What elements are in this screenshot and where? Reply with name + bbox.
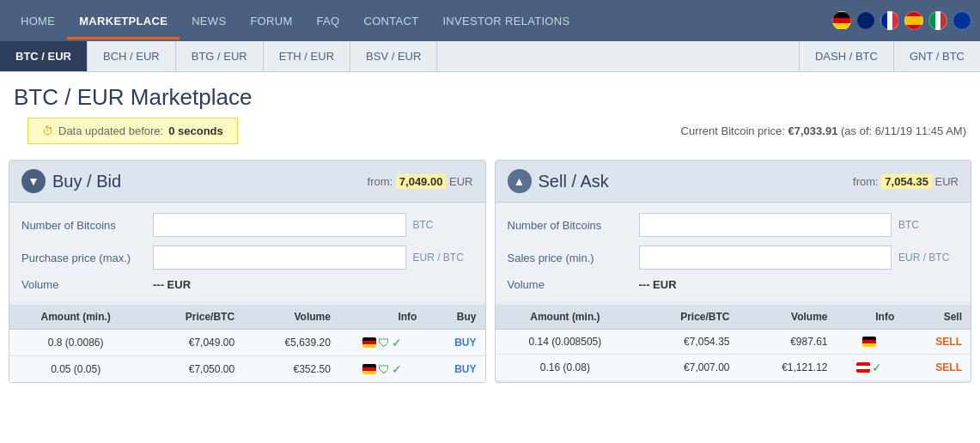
tab-bsv-eur[interactable]: BSV / EUR: [350, 41, 437, 71]
sell-number-row: Number of Bitcoins BTC: [508, 213, 959, 237]
sell-volume-row: Volume --- EUR: [508, 278, 959, 291]
buy-number-unit: BTC: [413, 219, 473, 231]
table-row: 0.8 (0.0086) €7,049.00 €5,639.20 🛡 ✓ BUY: [9, 330, 485, 356]
sell-from-label: from:: [853, 175, 879, 188]
tab-btg-eur[interactable]: BTG / EUR: [176, 41, 264, 71]
buy-form: Number of Bitcoins BTC Purchase price (m…: [9, 203, 485, 301]
sell-price-label: Sales price (min.): [508, 252, 632, 264]
flag-gb[interactable]: [856, 11, 875, 30]
sell-row2-info: ✓: [837, 355, 904, 381]
sell-icon: ▲: [508, 169, 532, 193]
nav-home[interactable]: HOME: [9, 3, 67, 39]
buy-col-action: Buy: [425, 305, 484, 330]
sell-number-unit: BTC: [898, 219, 959, 231]
sell-from-currency: EUR: [935, 175, 959, 188]
buy-icon: ▼: [21, 169, 46, 193]
sell-row1-volume: €987.61: [738, 330, 836, 355]
flag-eu[interactable]: [953, 11, 971, 30]
buy-volume-row: Volume --- EUR: [21, 278, 473, 291]
markets-grid: ▼ Buy / Bid from: 7,049.00 EUR Number of…: [0, 160, 980, 391]
sell-row1-price: €7,054.35: [635, 330, 738, 355]
sell-row2-action[interactable]: SELL: [903, 355, 971, 381]
nav-flags: [832, 11, 971, 30]
sell-col-price: Price/BTC: [635, 305, 738, 330]
buy-row2-amount: 0.05 (0.05): [9, 356, 142, 383]
flag-de-icon: [362, 364, 376, 374]
sell-panel-title: ▲ Sell / Ask: [508, 169, 609, 193]
flag-it[interactable]: [928, 11, 947, 30]
buy-row1-volume: €5,639.20: [243, 330, 339, 356]
current-price-prefix: Current Bitcoin price:: [681, 124, 785, 137]
sell-col-volume: Volume: [738, 305, 836, 330]
buy-col-volume: Volume: [243, 305, 339, 330]
sell-row2-amount: 0.16 (0.08): [496, 355, 636, 381]
nav-forum[interactable]: FORUM: [238, 3, 304, 39]
buy-panel-title: ▼ Buy / Bid: [21, 169, 121, 193]
sell-row2-volume: €1,121.12: [738, 355, 836, 381]
current-price-area: Current Bitcoin price: €7,033.91 (as of:…: [252, 118, 966, 137]
tab-dash-btc[interactable]: DASH / BTC: [799, 41, 893, 71]
buy-row2-info: 🛡 ✓: [339, 356, 426, 383]
alert-prefix: Data updated before:: [58, 124, 163, 137]
sell-price-row: Sales price (min.) EUR / BTC: [508, 246, 959, 270]
buy-row2-price: €7,050.00: [142, 356, 243, 383]
sell-panel-header: ▲ Sell / Ask from: 7,054.35 EUR: [496, 161, 971, 203]
sell-col-amount: Amount (min.): [496, 305, 636, 330]
sell-row1-action[interactable]: SELL: [903, 330, 971, 355]
buy-panel: ▼ Buy / Bid from: 7,049.00 EUR Number of…: [9, 160, 486, 383]
nav-faq[interactable]: FAQ: [305, 3, 352, 39]
buy-from-label: from:: [368, 175, 393, 188]
navbar: HOME MARKETPLACE NEWS FORUM FAQ CONTACT …: [0, 0, 980, 41]
buy-price-label: Purchase price (max.): [21, 252, 146, 264]
sell-panel-from: from: 7,054.35 EUR: [853, 175, 959, 188]
sell-panel: ▲ Sell / Ask from: 7,054.35 EUR Number o…: [495, 160, 972, 383]
tab-btc-eur[interactable]: BTC / EUR: [0, 41, 88, 71]
tab-bch-eur[interactable]: BCH / EUR: [88, 41, 176, 71]
nav-marketplace[interactable]: MARKETPLACE: [67, 3, 180, 39]
buy-number-label: Number of Bitcoins: [21, 219, 146, 232]
buy-number-row: Number of Bitcoins BTC: [21, 213, 473, 237]
sell-number-label: Number of Bitcoins: [508, 219, 632, 232]
sell-title-text: Sell / Ask: [539, 172, 609, 191]
buy-from-value: 7,049.00: [396, 174, 447, 189]
sell-volume-label: Volume: [508, 278, 632, 291]
sell-price-input[interactable]: [639, 246, 892, 270]
tab-gnt-btc[interactable]: GNT / BTC: [893, 41, 980, 71]
table-row: 0.16 (0.08) €7,007.00 €1,121.12 ✓ SELL: [496, 355, 971, 381]
buy-row2-volume: €352.50: [243, 356, 339, 383]
sell-row1-info: [837, 330, 904, 355]
buy-col-price: Price/BTC: [142, 305, 243, 330]
buy-row1-action[interactable]: BUY: [425, 330, 484, 356]
nav-contact[interactable]: CONTACT: [351, 3, 430, 39]
flag-at-icon: [856, 362, 870, 373]
nav-news[interactable]: NEWS: [180, 3, 238, 39]
market-tabs-right: DASH / BTC GNT / BTC: [799, 41, 980, 71]
sell-number-input[interactable]: [639, 213, 892, 237]
check-icon: ✓: [872, 361, 882, 374]
buy-price-unit: EUR / BTC: [413, 252, 473, 264]
sell-row2-price: €7,007.00: [635, 355, 738, 381]
buy-row1-amount: 0.8 (0.0086): [9, 330, 142, 356]
buy-row1-info: 🛡 ✓: [339, 330, 426, 356]
flag-fr[interactable]: [880, 11, 899, 30]
buy-col-info: Info: [339, 305, 426, 330]
flag-de[interactable]: [832, 11, 851, 30]
buy-row2-action[interactable]: BUY: [425, 356, 484, 383]
buy-col-amount: Amount (min.): [9, 305, 142, 330]
buy-price-input[interactable]: [153, 246, 406, 270]
flag-de-icon: [862, 337, 876, 347]
table-row: 0.14 (0.008505) €7,054.35 €987.61 SELL: [496, 330, 971, 355]
buy-number-input[interactable]: [153, 213, 406, 237]
flag-es[interactable]: [904, 11, 923, 30]
verified-icon: 🛡: [378, 362, 390, 376]
alert-value: 0 seconds: [168, 124, 223, 137]
sell-row1-amount: 0.14 (0.008505): [496, 330, 636, 355]
verified-icon: 🛡: [378, 336, 390, 349]
current-price-value: €7,033.91: [788, 124, 838, 137]
clock-icon: ⏱: [42, 124, 53, 137]
current-price-suffix: (as of: 6/11/19 11:45 AM): [841, 124, 966, 137]
nav-investor-relations[interactable]: INVESTOR RELATIONS: [430, 3, 581, 39]
tab-eth-eur[interactable]: ETH / EUR: [264, 41, 350, 71]
buy-title-text: Buy / Bid: [52, 172, 121, 191]
check-icon: ✓: [392, 336, 402, 349]
